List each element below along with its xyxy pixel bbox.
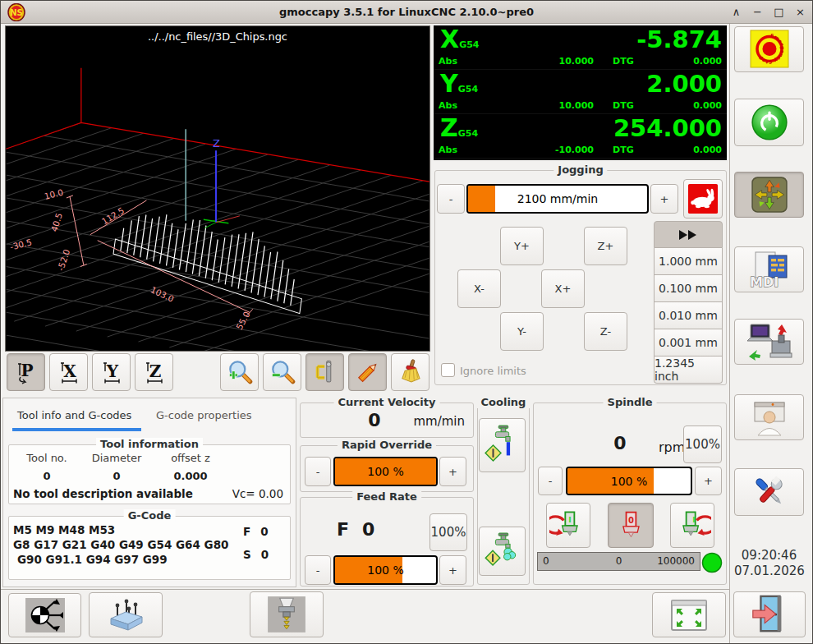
s-word-label: S — [243, 548, 251, 561]
jog-speed-slider[interactable]: 2100 mm/min — [466, 184, 649, 214]
increment-button[interactable]: 0.010 mm — [654, 302, 723, 329]
mist-coolant-button[interactable] — [479, 527, 526, 576]
ignore-limits-checkbox[interactable] — [441, 363, 455, 377]
dro-axis-y[interactable]: YG54 2.000 Abs 10.000 DTG 0.000 — [434, 70, 727, 114]
feed-minus-button[interactable]: - — [305, 555, 331, 585]
close-button[interactable]: × — [793, 1, 807, 24]
view-x-button[interactable]: X — [49, 353, 88, 391]
spindle-plus-button[interactable]: + — [695, 467, 722, 495]
dtg-label: DTG — [613, 145, 634, 155]
rapid-minus-button[interactable]: - — [305, 457, 331, 486]
tab-tool-info[interactable]: Tool info and G-codes — [12, 402, 136, 427]
tool-change-icon — [266, 595, 307, 634]
right-column-separator — [729, 24, 730, 644]
jog-speed-plus-button[interactable]: + — [650, 184, 678, 214]
gcode-frame: G-Code M5 M9 M48 M53 G8 G17 G21 G40 G49 … — [8, 516, 291, 580]
feed-plus-button[interactable]: + — [439, 555, 466, 585]
spindle-override-value: 100 % — [567, 475, 691, 488]
dro-panel[interactable]: XG54 -5.874 Abs 10.000 DTG 0.000 YG54 2.… — [434, 25, 727, 160]
dro-axis-z[interactable]: ZG54 254.000 Abs -10.000 DTG 0.000 — [434, 114, 727, 159]
dtg-value: 0.000 — [640, 145, 722, 155]
tool-change-button[interactable] — [250, 591, 324, 637]
view-y-button[interactable]: Y — [92, 353, 131, 391]
active-g-codes-2: G90 G91.1 G94 G97 G99 — [13, 552, 228, 567]
axis-system: G54 — [458, 84, 478, 94]
exit-button[interactable] — [733, 591, 806, 637]
svg-text:40.5: 40.5 — [48, 212, 64, 233]
increment-button[interactable]: 1.000 mm — [654, 248, 723, 275]
jog-x-plus-button[interactable]: X+ — [541, 269, 585, 308]
flood-coolant-button[interactable] — [479, 418, 526, 472]
clear-plot-button[interactable] — [391, 353, 429, 391]
svg-text:Z: Z — [149, 361, 161, 381]
jog-x-minus-button[interactable]: X- — [457, 269, 501, 308]
svg-text:103.0: 103.0 — [149, 284, 176, 304]
axis-letter: Z — [440, 113, 458, 142]
auto-mode-button[interactable] — [734, 319, 804, 365]
feed-reset-button[interactable]: 100% — [429, 513, 467, 551]
zoom-out-icon — [268, 357, 297, 387]
mist-icon — [485, 531, 521, 571]
spindle-cw-button[interactable]: I — [670, 503, 714, 548]
draw-dimensions-button[interactable] — [348, 353, 387, 391]
touch-plate-button[interactable] — [89, 592, 163, 637]
feed-rate-title: Feed Rate — [352, 490, 421, 503]
emergency-stop-button[interactable]: Emergency Stop — [734, 26, 804, 72]
mdi-text: MDI — [750, 274, 779, 289]
jog-speed-minus-button[interactable]: - — [437, 184, 465, 214]
spindle-override-slider[interactable]: 100 % — [566, 467, 692, 495]
jog-z-minus-button[interactable]: Z- — [584, 312, 627, 351]
gmoccapy-window: NS gmoccapy 3.5.1 for LinuxCNC 2.10.0~pr… — [0, 0, 813, 644]
shade-button[interactable]: ∧ — [729, 1, 743, 24]
axis-letter: Y — [440, 69, 458, 98]
jog-y-minus-button[interactable]: Y- — [500, 312, 544, 351]
jog-y-plus-button[interactable]: Y+ — [500, 227, 544, 265]
exit-door-icon — [750, 594, 789, 635]
zoom-in-button[interactable] — [220, 353, 259, 391]
setup-button[interactable] — [734, 468, 804, 516]
gremlin-preview[interactable]: Z 10.0 40.5 -30.5 -52.0 103.0 55.0 112.5… — [5, 25, 430, 352]
increment-button[interactable]: 0.001 mm — [654, 329, 723, 356]
turtle-rabbit-toggle-button[interactable] — [683, 179, 723, 218]
titlebar: NS gmoccapy 3.5.1 for LinuxCNC 2.10.0~pr… — [1, 1, 812, 24]
minimize-button[interactable]: − — [751, 1, 765, 24]
increment-button[interactable]: 0.100 mm — [654, 275, 723, 302]
maximize-button[interactable]: □ — [772, 1, 786, 24]
spindle-stop-button[interactable]: 0 — [608, 503, 654, 548]
rapid-override-value: 100 % — [335, 465, 436, 478]
current-velocity-value: 0 — [350, 410, 399, 430]
tool-information-frame: Tool information Tool no. Diameter offse… — [8, 444, 291, 504]
view-perspective-button[interactable]: P — [7, 353, 45, 391]
increment-button[interactable]: 1.2345 inch — [654, 356, 723, 384]
zoom-out-button[interactable] — [263, 353, 301, 391]
mdi-mode-button[interactable]: MDI — [734, 246, 804, 292]
tab-gcode-properties[interactable]: G-code properties — [151, 402, 257, 427]
jog-z-plus-button[interactable]: Z+ — [584, 227, 627, 265]
svg-text:-30.5: -30.5 — [9, 237, 33, 251]
abs-value: 10.000 — [508, 100, 594, 111]
rapid-override-slider[interactable]: 100 % — [333, 457, 438, 486]
increment-continuous-button[interactable] — [654, 221, 723, 248]
spindle-minus-button[interactable]: - — [538, 467, 563, 495]
spindle-reset-button[interactable]: 100% — [683, 426, 722, 463]
manual-mode-button[interactable] — [734, 172, 804, 218]
svg-text:I: I — [692, 515, 695, 524]
user-settings-button[interactable] — [734, 394, 804, 440]
view-z-button[interactable]: Z — [135, 353, 173, 391]
dro-axis-x[interactable]: XG54 -5.874 Abs 10.000 DTG 0.000 — [434, 25, 727, 70]
tool-dimensions-button[interactable] — [305, 353, 344, 391]
abs-value: 10.000 — [508, 56, 594, 67]
machine-on-button[interactable] — [734, 99, 804, 146]
touch-off-button[interactable] — [8, 593, 81, 637]
zoom-in-icon — [225, 357, 255, 387]
touch-off-icon — [24, 596, 67, 634]
z-axis-label: Z — [213, 137, 220, 150]
rapid-plus-button[interactable]: + — [439, 457, 466, 486]
spindle-ccw-button[interactable]: I — [546, 503, 590, 548]
svg-text:Y: Y — [105, 361, 118, 381]
fullscreen-button[interactable] — [652, 592, 726, 637]
svg-text:I: I — [568, 515, 571, 524]
abs-value: -10.000 — [508, 145, 594, 155]
feed-override-slider[interactable]: 100 % — [333, 555, 438, 585]
rabbit-icon — [687, 183, 719, 214]
